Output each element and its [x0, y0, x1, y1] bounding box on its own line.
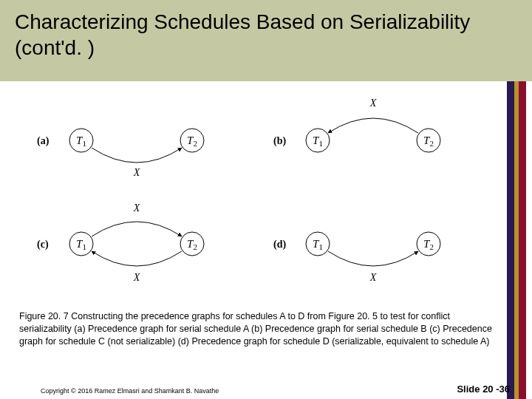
footer: Copyright © 2016 Ramez Elmasri and Shamk…: [0, 383, 532, 395]
part-b-label: (b): [273, 135, 286, 147]
slide-number: Slide 20 -36: [457, 383, 510, 395]
edge-b-label: X: [369, 98, 377, 109]
figure-area: (a) T1 T2 X (b) T1 T2 X (c) T1 T2 X X (d…: [30, 96, 502, 303]
copyright-text: Copyright © 2016 Ramez Elmasri and Shamk…: [41, 387, 219, 395]
edge-b: [328, 118, 418, 133]
edge-c-bottom-label: X: [133, 272, 140, 283]
part-d-label: (d): [273, 239, 286, 250]
part-a-label: (a): [37, 135, 50, 147]
edge-a: [92, 148, 182, 163]
edge-d-label: X: [369, 272, 377, 283]
edge-d: [328, 251, 418, 266]
edge-a-label: X: [133, 167, 140, 178]
page-title: Characterizing Schedules Based on Serial…: [15, 9, 517, 61]
figure-caption: Figure 20. 7 Constructing the precedence…: [19, 310, 502, 348]
part-c-label: (c): [37, 239, 49, 250]
edge-c-bottom: [92, 251, 182, 266]
right-decor-stripe: [507, 81, 526, 399]
precedence-graphs-svg: (a) T1 T2 X (b) T1 T2 X (c) T1 T2 X X (d…: [30, 96, 502, 303]
edge-c-top-label: X: [133, 202, 140, 214]
edge-c-top: [92, 222, 182, 236]
title-bar: Characterizing Schedules Based on Serial…: [0, 0, 532, 81]
